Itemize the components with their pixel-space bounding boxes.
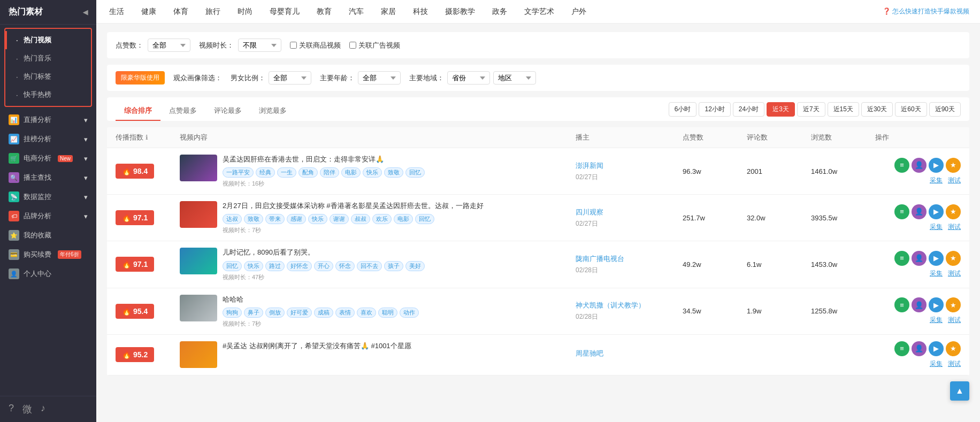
video-thumb-2[interactable] [180,201,217,228]
action-star-icon-2[interactable]: ★ [946,204,961,219]
related-goods-checkbox[interactable]: 关联商品视频 [290,41,341,50]
help-icon[interactable]: ? [9,403,14,416]
nav-auto[interactable]: 汽车 [347,7,366,17]
action-user-icon-4[interactable]: 👤 [912,297,927,312]
test-link-5[interactable]: 测试 [948,359,961,369]
sidebar-item-hot-music[interactable]: · 热门音乐 [5,49,91,67]
nav-home[interactable]: 家居 [379,7,398,17]
video-thumb-5[interactable] [180,341,217,368]
tab-most-likes[interactable]: 点赞最多 [160,102,205,121]
action-star-icon-5[interactable]: ★ [946,341,961,356]
test-link-3[interactable]: 测试 [948,269,961,278]
action-collect-icon-4[interactable]: ≡ [894,297,909,312]
time-6h[interactable]: 6小时 [669,102,697,117]
action-play-icon-2[interactable]: ▶ [929,204,944,219]
time-15d[interactable]: 近15天 [828,102,859,117]
test-link-2[interactable]: 测试 [948,222,961,232]
age-select[interactable]: 全部 [358,71,401,85]
favorites-icon: ⭐ [9,230,19,241]
action-user-icon-1[interactable]: 👤 [912,158,927,173]
test-link-4[interactable]: 测试 [948,316,961,325]
action-play-icon-4[interactable]: ▶ [929,297,944,312]
sidebar-item-broadcaster-search[interactable]: 🔍 播主查找 ▾ [0,168,96,187]
likes-select[interactable]: 全部 1万+ 5万+ 10万+ [148,39,190,52]
collect-link-2[interactable]: 采集 [930,222,943,232]
collect-link-3[interactable]: 采集 [930,269,943,278]
nav-sports[interactable]: 体育 [171,7,190,17]
time-12h[interactable]: 12小时 [699,102,730,117]
logo-arrow[interactable]: ◀ [83,9,88,16]
sidebar: 热门素材 ◀ · 热门视频 · 热门音乐 · 热门标签 · 快手热榜 📊 直播分… [0,0,96,422]
area-select[interactable]: 地区 [493,71,536,85]
nav-life[interactable]: 生活 [107,7,126,17]
video-title-3[interactable]: 儿时记忆，8090后看了别哭。 [223,248,576,257]
action-user-icon-3[interactable]: 👤 [912,251,927,266]
spread-info-icon[interactable]: ℹ [146,134,148,141]
duration-select[interactable]: 不限 1分钟内 1-5分钟 5分钟+ [238,39,281,52]
nav-outdoor[interactable]: 户外 [569,7,588,17]
action-star-icon-1[interactable]: ★ [946,158,961,173]
time-24h[interactable]: 24小时 [733,102,764,117]
time-3d[interactable]: 近3天 [767,102,795,117]
nav-photo[interactable]: 摄影教学 [443,7,477,17]
gender-select[interactable]: 全部 [269,71,311,85]
nav-education[interactable]: 教育 [315,7,334,17]
nav-tech[interactable]: 科技 [411,7,430,17]
sidebar-item-ecommerce[interactable]: 🛒 电商分析 New ▾ [0,149,96,168]
time-30d[interactable]: 近30天 [861,102,893,117]
action-collect-icon-5[interactable]: ≡ [894,341,909,356]
video-title-1[interactable]: 吴孟达因肝癌在香港去世，田启文：走得非常安详🙏 [223,155,576,164]
sidebar-item-hot-tag[interactable]: · 热门标签 [5,67,91,86]
nav-travel[interactable]: 旅行 [203,7,223,17]
comments-2: 32.0w [747,214,811,222]
test-link-1[interactable]: 测试 [948,176,961,185]
sidebar-item-hot-video[interactable]: · 热门视频 [5,31,91,49]
music-icon[interactable]: ♪ [41,403,45,416]
action-collect-icon-3[interactable]: ≡ [894,251,909,266]
sidebar-item-rank-analysis[interactable]: 📈 挂榜分析 ▾ [0,129,96,149]
sidebar-item-brand-analysis[interactable]: 🏷 品牌分析 ▾ [0,206,96,226]
video-title-4[interactable]: 哈哈哈 [223,295,576,304]
collect-link-5[interactable]: 采集 [930,359,943,369]
nav-fashion[interactable]: 时尚 [235,7,255,17]
video-thumb-1[interactable] [180,155,217,181]
action-star-icon-4[interactable]: ★ [946,297,961,312]
action-collect-icon-2[interactable]: ≡ [894,204,909,219]
action-play-icon-1[interactable]: ▶ [929,158,944,173]
time-7d[interactable]: 近7天 [797,102,825,117]
collect-link-1[interactable]: 采集 [930,176,943,185]
video-title-2[interactable]: 2月27日，田启文接受媒体采访称 #香港著名影星吴孟达因肝癌去世。达叔，一路走好 [223,201,576,211]
video-title-5[interactable]: #吴孟达 达叔刚刚离开了，希望天堂没有痛苦🙏 #1001个星愿 [223,341,576,351]
collect-link-4[interactable]: 采集 [930,316,943,325]
sidebar-item-data-monitor[interactable]: 📡 数据监控 ▾ [0,187,96,206]
action-user-icon-5[interactable]: 👤 [912,341,927,356]
video-thumb-4[interactable] [180,295,217,321]
tab-most-comments[interactable]: 评论最多 [205,102,250,121]
video-thumb-3[interactable] [180,248,217,274]
nav-health[interactable]: 健康 [139,7,158,17]
help-link[interactable]: ❓ 怎么快速打造快手爆款视频 [883,7,969,16]
time-buttons: 6小时 12小时 24小时 近3天 近7天 近15天 近30天 近60天 近90… [669,102,961,121]
wechat-icon[interactable]: 微 [22,403,32,416]
nav-politics[interactable]: 政务 [490,7,509,17]
sidebar-item-live-analysis[interactable]: 📊 直播分析 ▾ [0,110,96,129]
action-collect-icon-1[interactable]: ≡ [894,158,909,173]
region-filter: 主要地域： 省份 地区 [409,71,536,85]
province-select[interactable]: 省份 [447,71,490,85]
nav-baby[interactable]: 母婴育儿 [267,7,302,17]
tab-most-views[interactable]: 浏览最多 [250,102,295,121]
sidebar-item-profile[interactable]: 👤 个人中心 [0,264,96,283]
time-90d[interactable]: 近90天 [929,102,961,117]
sidebar-item-purchase[interactable]: 💳 购买续费 年付6折 [0,245,96,264]
tab-comprehensive[interactable]: 综合排序 [116,102,160,121]
action-star-icon-3[interactable]: ★ [946,251,961,266]
scroll-top-button[interactable]: ▲ [950,381,969,401]
sidebar-item-favorites[interactable]: ⭐ 我的收藏 [0,226,96,245]
time-60d[interactable]: 近60天 [895,102,927,117]
action-user-icon-2[interactable]: 👤 [912,204,927,219]
action-play-icon-3[interactable]: ▶ [929,251,944,266]
related-ads-checkbox[interactable]: 关联广告视频 [349,41,400,50]
nav-literature[interactable]: 文学艺术 [522,7,556,17]
sidebar-item-hot-rank[interactable]: · 快手热榜 [5,86,91,104]
action-play-icon-5[interactable]: ▶ [929,341,944,356]
